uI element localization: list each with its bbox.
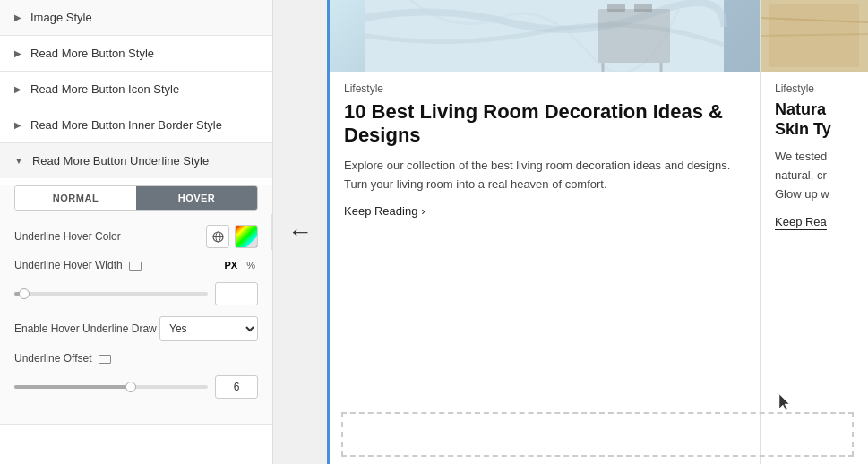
chevron-icon: ▶ — [14, 84, 21, 94]
accordion-read-more-button-style-label: Read More Button Style — [30, 47, 154, 60]
underline-hover-color-row: Underline Hover Color — [14, 225, 258, 248]
underline-hover-width-slider[interactable] — [14, 292, 208, 296]
chevron-down-icon: ▼ — [14, 156, 23, 166]
accordion-read-more-button-underline-style-label: Read More Button Underline Style — [32, 154, 209, 168]
card-link-text-1: Keep Reading — [344, 204, 417, 218]
underline-offset-slider[interactable] — [14, 385, 208, 389]
article-card-2: Lifestyle Natura Skin Ty We tested natur… — [761, 0, 868, 464]
card-category-1: Lifestyle — [344, 82, 745, 95]
chevron-icon: ▶ — [14, 120, 21, 130]
color-controls — [206, 225, 258, 248]
accordion-image-style-label: Image Style — [30, 11, 92, 24]
svg-rect-5 — [607, 4, 625, 12]
underline-offset-label: Underline Offset — [14, 352, 258, 365]
accordion-read-more-button-icon-style: ▶ Read More Button Icon Style — [0, 72, 272, 107]
accordion-read-more-button-inner-border-style-label: Read More Button Inner Border Style — [30, 118, 222, 132]
enable-hover-underline-draw-label: Enable Hover Underline Draw — [14, 322, 159, 335]
underline-hover-width-slider-row — [14, 282, 258, 305]
underline-hover-color-label: Underline Hover Color — [14, 230, 206, 243]
color-swatch[interactable] — [235, 225, 258, 248]
svg-rect-6 — [634, 4, 652, 12]
article-card-1: Lifestyle 10 Best Living Room Decoration… — [327, 0, 761, 464]
card-link-2[interactable]: Keep Rea — [775, 215, 827, 230]
card-category-2: Lifestyle — [775, 82, 854, 95]
underline-offset-input[interactable]: 6 — [215, 375, 258, 399]
card-excerpt-1: Explore our collection of the best livin… — [344, 157, 745, 194]
card-image-2 — [761, 0, 868, 72]
preview-area: Lifestyle 10 Best Living Room Decoration… — [327, 0, 868, 464]
underline-offset-slider-row: 6 — [14, 375, 258, 399]
accordion-read-more-button-underline-style-header[interactable]: ▼ Read More Button Underline Style — [0, 143, 272, 178]
panel-collapse-arrow[interactable]: ‹ — [271, 214, 273, 250]
svg-rect-4 — [598, 9, 670, 63]
underline-offset-row: Underline Offset — [14, 352, 258, 365]
settings-panel: ▶ Image Style ▶ Read More Button Style ▶… — [0, 0, 273, 464]
card-title-1: 10 Best Living Room Decoration Ideas & D… — [344, 100, 745, 148]
accordion-image-style: ▶ Image Style — [0, 0, 272, 36]
enable-hover-underline-draw-row: Enable Hover Underline Draw Yes No — [14, 316, 258, 341]
accordion-read-more-button-icon-style-header[interactable]: ▶ Read More Button Icon Style — [0, 72, 272, 107]
accordion-read-more-button-inner-border-style-header[interactable]: ▶ Read More Button Inner Border Style — [0, 107, 272, 142]
unit-px-button[interactable]: PX — [222, 259, 241, 271]
card-image-1 — [330, 0, 760, 72]
underline-hover-width-input[interactable] — [215, 282, 258, 305]
card-body-1: Lifestyle 10 Best Living Room Decoration… — [330, 72, 760, 464]
card-excerpt-2: We tested natural, cr Glow up w — [775, 148, 854, 203]
accordion-read-more-button-style: ▶ Read More Button Style — [0, 36, 272, 72]
tab-normal[interactable]: NORMAL — [15, 186, 136, 210]
accordion-read-more-button-style-header[interactable]: ▶ Read More Button Style — [0, 36, 272, 71]
chevron-icon: ▶ — [14, 48, 21, 58]
normal-hover-tab-group: NORMAL HOVER — [14, 185, 258, 211]
globe-button[interactable] — [206, 225, 229, 248]
cards-container: Lifestyle 10 Best Living Room Decoration… — [327, 0, 868, 464]
accordion-read-more-button-inner-border-style: ▶ Read More Button Inner Border Style — [0, 107, 272, 143]
card-title-2: Natura Skin Ty — [775, 100, 854, 139]
accordion-read-more-button-underline-style-body: NORMAL HOVER Underline Hover Color — [0, 185, 272, 424]
underline-hover-width-label: Underline Hover Width — [14, 259, 222, 271]
card-link-1[interactable]: Keep Reading › — [344, 204, 425, 219]
accordion-image-style-header[interactable]: ▶ Image Style — [0, 0, 272, 35]
card-link-text-2: Keep Rea — [775, 215, 827, 228]
chevron-icon: ▶ — [14, 13, 21, 22]
accordion-read-more-button-underline-style: ▼ Read More Button Underline Style NORMA… — [0, 143, 272, 425]
unit-toggle: PX % — [222, 259, 258, 271]
back-arrow-area: ← — [273, 0, 327, 464]
unit-percent-button[interactable]: % — [244, 259, 258, 271]
card-link-arrow-1: › — [421, 205, 425, 218]
underline-hover-width-row: Underline Hover Width PX % — [14, 259, 258, 271]
accordion-read-more-button-icon-style-label: Read More Button Icon Style — [30, 82, 179, 96]
tab-hover[interactable]: HOVER — [136, 186, 257, 210]
dashed-drop-area — [341, 412, 854, 457]
back-arrow-button[interactable]: ← — [288, 218, 313, 246]
card-body-2: Lifestyle Natura Skin Ty We tested natur… — [761, 72, 868, 464]
enable-hover-underline-draw-select[interactable]: Yes No — [159, 316, 258, 341]
